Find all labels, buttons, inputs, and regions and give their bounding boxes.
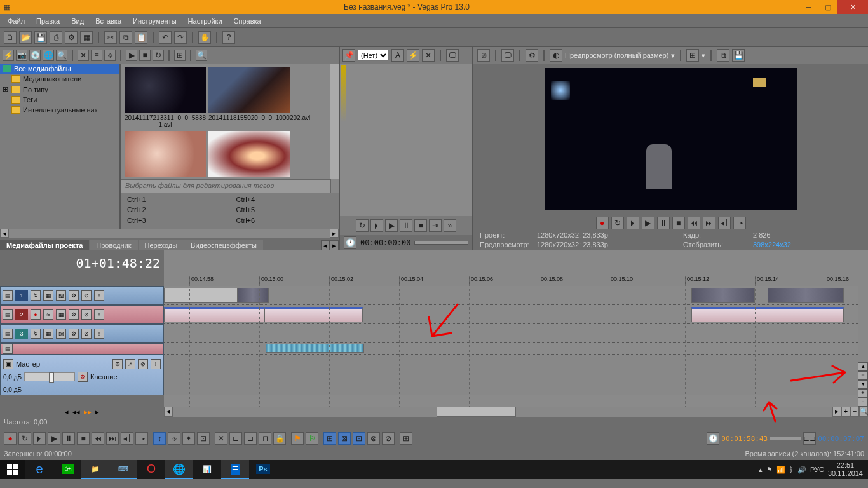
- playhead[interactable]: [266, 276, 266, 407]
- tray-network-icon[interactable]: 📶: [776, 466, 785, 474]
- timeline-ruler[interactable]: 00:14:58 00:15:00 00:15:02 00:15:04 00:1…: [164, 276, 858, 286]
- start-button[interactable]: [0, 460, 25, 479]
- track-header-video-3[interactable]: ▤ 3 ↯ ▦ ▨ ⚙ ⊘ !: [0, 324, 164, 343]
- play-from-start-button[interactable]: ⏵: [627, 217, 639, 229]
- dropdown-icon[interactable]: ▾: [671, 51, 675, 60]
- automation-gear-icon[interactable]: ⚙: [69, 309, 79, 320]
- tab-explorer[interactable]: Проводник: [90, 240, 137, 250]
- delete-icon[interactable]: ✕: [78, 50, 89, 61]
- next-frame-button[interactable]: ⏐▸: [135, 432, 148, 445]
- go-end-button[interactable]: ⏭: [703, 217, 715, 229]
- tree-drives[interactable]: Медианакопители: [0, 74, 119, 84]
- trimmer-monitor[interactable]: 🖵: [446, 49, 459, 62]
- trimmer-delete[interactable]: ✕: [422, 49, 435, 62]
- play-from-start-button[interactable]: ⏵: [33, 432, 46, 445]
- import-icon[interactable]: ⚡: [3, 50, 14, 61]
- track-header-video-1[interactable]: ▤ 1 ↯ ▦ ▨ ⚙ ⊘ !: [0, 286, 164, 305]
- zoom-out-h-button[interactable]: −: [850, 407, 859, 417]
- menu-insert[interactable]: Вставка: [90, 16, 126, 26]
- new-button[interactable]: 🗋: [4, 31, 17, 44]
- track-row-1[interactable]: [164, 286, 858, 305]
- bypass-fx-icon[interactable]: ↯: [31, 290, 41, 301]
- trimmer-loop[interactable]: ↻: [356, 219, 369, 232]
- tracks-area[interactable]: 00:14:58 00:15:00 00:15:02 00:15:04 00:1…: [164, 276, 858, 407]
- tab-scroll-left[interactable]: ◂: [321, 240, 330, 250]
- trim-button[interactable]: ⊏: [229, 432, 242, 445]
- bypass-fx-icon[interactable]: ↯: [31, 329, 41, 339]
- taskbar-ie[interactable]: e: [25, 460, 53, 479]
- media-item[interactable]: 20141118155020_0_0_1000202.avi: [208, 67, 290, 128]
- go-end-button[interactable]: ⏭: [106, 432, 119, 445]
- mute-icon[interactable]: !: [94, 309, 104, 320]
- open-button[interactable]: 📂: [19, 31, 32, 44]
- mute-icon[interactable]: !: [94, 290, 104, 301]
- preview-quality-label[interactable]: Предпросмотр (полный размер): [565, 51, 668, 59]
- autocrossfade-button[interactable]: ⊗: [367, 432, 380, 445]
- invert-phase-icon[interactable]: ≈: [43, 309, 53, 320]
- trimmer-pin-icon[interactable]: 📌: [342, 49, 355, 62]
- track-collapse-icon[interactable]: ▤: [3, 344, 13, 354]
- web-icon[interactable]: 🌐: [43, 50, 54, 61]
- audio-clip[interactable]: [691, 307, 844, 322]
- play-button[interactable]: ▶: [642, 217, 654, 229]
- quantize-button[interactable]: ⊠: [338, 432, 351, 445]
- mute-icon[interactable]: !: [94, 329, 104, 339]
- tree-scrollbar[interactable]: ◂▸: [0, 229, 339, 238]
- snap-button[interactable]: ✋: [198, 31, 211, 44]
- automation-mode-icon[interactable]: ⚙: [78, 372, 88, 382]
- master-mute-icon[interactable]: !: [151, 359, 161, 369]
- zoom-icon[interactable]: 🔍: [196, 50, 207, 61]
- compositing-icon[interactable]: ▨: [56, 290, 66, 301]
- capture-icon[interactable]: 📷: [16, 50, 27, 61]
- taskbar-chrome[interactable]: 🌐: [165, 460, 193, 479]
- automation-icon[interactable]: ⊘: [81, 290, 92, 301]
- media-item[interactable]: [208, 131, 290, 178]
- master-bus-header[interactable]: ▣ Мастер ⚙ ↗ ⊘ ! 0,0 дБ ⚙ Касание 0,0 дБ: [0, 355, 164, 395]
- trimmer-more[interactable]: ⇥: [429, 219, 442, 232]
- trimmer-play[interactable]: ▶: [385, 219, 398, 232]
- lock-button[interactable]: 🔒: [273, 432, 286, 445]
- master-fx-icon[interactable]: ⚙: [112, 359, 123, 369]
- taskbar-keyboard[interactable]: ⌨: [109, 460, 137, 479]
- audio-clip[interactable]: [266, 344, 364, 353]
- tool-4[interactable]: ⊡: [197, 432, 210, 445]
- cut-button[interactable]: ✂: [104, 31, 117, 44]
- master-fader[interactable]: [24, 372, 75, 381]
- loop-icon[interactable]: ↻: [153, 50, 164, 61]
- pv-split-icon[interactable]: ◐: [550, 49, 562, 62]
- prev-frame-button[interactable]: ◂⏐: [121, 432, 133, 445]
- undo-button[interactable]: ↶: [159, 31, 172, 44]
- zoom-in-h-button[interactable]: +: [841, 407, 850, 417]
- loop-button[interactable]: ↻: [18, 432, 31, 445]
- video-clip[interactable]: [237, 288, 269, 303]
- trimmer-stop[interactable]: ■: [414, 219, 427, 232]
- pv-save-icon[interactable]: 💾: [732, 49, 745, 62]
- zoom-down-button[interactable]: ▾: [858, 380, 868, 389]
- play-button[interactable]: ▶: [48, 432, 60, 445]
- properties-button[interactable]: ⚙: [65, 31, 78, 44]
- taskbar-store[interactable]: 🛍: [53, 460, 81, 479]
- trimmer-timecode[interactable]: 00:00:00:00: [360, 238, 410, 247]
- redo-button[interactable]: ↷: [174, 31, 187, 44]
- next-frame-button[interactable]: ⏐▸: [733, 217, 746, 229]
- preset-select[interactable]: (Нет): [358, 50, 389, 61]
- tab-scroll-right[interactable]: ▸: [330, 240, 339, 250]
- split-button[interactable]: ⊐: [244, 432, 257, 445]
- paste-button[interactable]: 📋: [135, 31, 147, 44]
- tab-project-media[interactable]: Медиафайлы проекта: [0, 240, 89, 250]
- trimmer-tool1[interactable]: A: [391, 49, 404, 62]
- tree-tags[interactable]: Теги: [0, 95, 119, 105]
- help-button[interactable]: ?: [222, 31, 235, 44]
- trimmer-area[interactable]: [340, 64, 472, 216]
- go-start-button[interactable]: ⏮: [92, 432, 104, 445]
- track-collapse-icon[interactable]: ▤: [3, 329, 13, 339]
- preview-frame[interactable]: [545, 68, 797, 210]
- tray-bluetooth-icon[interactable]: ᛒ: [789, 466, 794, 473]
- track-fx-icon[interactable]: ⚙: [69, 329, 79, 339]
- trimmer-play-start[interactable]: ⏵: [370, 219, 383, 232]
- render-button[interactable]: ⎙: [50, 31, 62, 44]
- master-auto-icon[interactable]: ⊘: [138, 359, 148, 369]
- tab-transitions[interactable]: Переходы: [139, 240, 184, 250]
- go-start-button[interactable]: ⏮: [688, 217, 700, 229]
- tool-3[interactable]: ✦: [182, 432, 195, 445]
